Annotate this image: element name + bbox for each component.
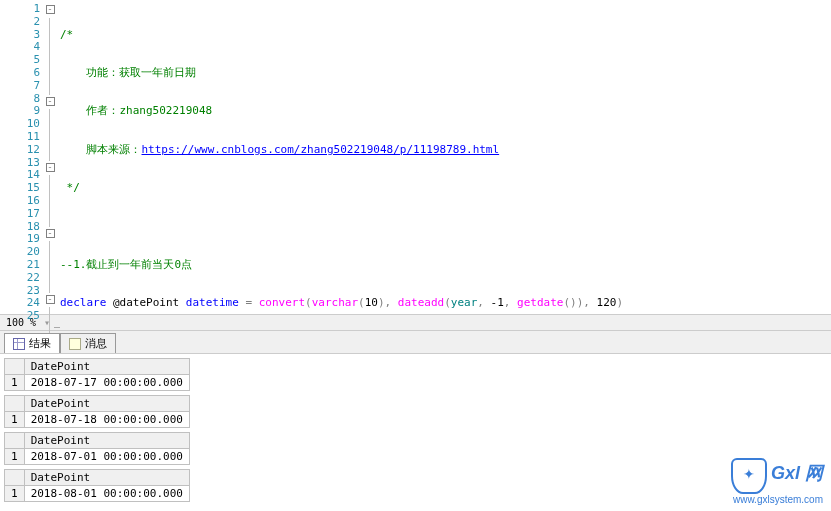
grid-corner xyxy=(5,359,25,375)
kw: year xyxy=(451,296,478,309)
comment: /* xyxy=(60,28,73,41)
op: = xyxy=(239,296,259,309)
results-pane: DatePoint12018-07-17 00:00:00.000DatePoi… xyxy=(0,358,831,502)
fold-toggle[interactable]: - xyxy=(46,5,55,14)
row-number[interactable]: 1 xyxy=(5,449,25,465)
grid-corner xyxy=(5,470,25,486)
zoom-level[interactable]: 100 % xyxy=(6,317,36,328)
var: @datePoint xyxy=(113,296,179,309)
cell-value[interactable]: 2018-07-01 00:00:00.000 xyxy=(24,449,189,465)
cell-value[interactable]: 2018-08-01 00:00:00.000 xyxy=(24,486,189,502)
tab-label: 消息 xyxy=(85,336,107,351)
column-header[interactable]: DatePoint xyxy=(24,433,189,449)
grid-corner xyxy=(5,396,25,412)
line-number-gutter: 1234567891011121314151617181920212223242… xyxy=(0,0,44,314)
num: 10 xyxy=(365,296,378,309)
message-icon xyxy=(69,338,81,350)
cell-value[interactable]: 2018-07-17 00:00:00.000 xyxy=(24,375,189,391)
results-tabs: 结果 消息 xyxy=(0,331,831,354)
result-grid[interactable]: DatePoint12018-08-01 00:00:00.000 xyxy=(4,469,827,502)
row-number[interactable]: 1 xyxy=(5,375,25,391)
line-number: 7 xyxy=(0,80,40,93)
line-number: 22 xyxy=(0,272,40,285)
line-number: 17 xyxy=(0,208,40,221)
code-editor[interactable]: 1234567891011121314151617181920212223242… xyxy=(0,0,831,315)
num: -1 xyxy=(491,296,504,309)
result-grid[interactable]: DatePoint12018-07-17 00:00:00.000 xyxy=(4,358,827,391)
line-number: 21 xyxy=(0,259,40,272)
comment: 脚本来源： xyxy=(60,143,142,156)
code-area[interactable]: /* 功能：获取一年前日期 作者：zhang502219048 脚本来源：htt… xyxy=(56,0,831,314)
fold-toggle[interactable]: - xyxy=(46,163,55,172)
result-grid[interactable]: DatePoint12018-07-01 00:00:00.000 xyxy=(4,432,827,465)
fn: dateadd xyxy=(398,296,444,309)
line-number: 12 xyxy=(0,144,40,157)
column-header[interactable]: DatePoint xyxy=(24,359,189,375)
fold-gutter[interactable]: ----- xyxy=(44,0,56,314)
line-number: 1 xyxy=(0,3,40,16)
line-number: 2 xyxy=(0,16,40,29)
fn: getdate xyxy=(517,296,563,309)
table-row[interactable]: 12018-08-01 00:00:00.000 xyxy=(5,486,190,502)
kw: declare xyxy=(60,296,106,309)
comment: */ xyxy=(60,181,80,194)
tab-results[interactable]: 结果 xyxy=(4,333,60,353)
comment: 功能：获取一年前日期 xyxy=(60,66,197,79)
comment: --1.截止到一年前当天0点 xyxy=(60,258,192,271)
line-number: 11 xyxy=(0,131,40,144)
table-row[interactable]: 12018-07-01 00:00:00.000 xyxy=(5,449,190,465)
num: 120 xyxy=(597,296,617,309)
result-grid[interactable]: DatePoint12018-07-18 00:00:00.000 xyxy=(4,395,827,428)
tab-messages[interactable]: 消息 xyxy=(60,333,116,353)
row-number[interactable]: 1 xyxy=(5,412,25,428)
fold-toggle[interactable]: - xyxy=(46,295,55,304)
column-header[interactable]: DatePoint xyxy=(24,396,189,412)
type: datetime xyxy=(186,296,239,309)
fold-toggle[interactable]: - xyxy=(46,229,55,238)
source-link[interactable]: https://www.cnblogs.com/zhang502219048/p… xyxy=(142,143,500,156)
grid-icon xyxy=(13,338,25,350)
tab-label: 结果 xyxy=(29,336,51,351)
zoom-bar: 100 % ▾ ⎯ xyxy=(0,315,831,331)
grid-corner xyxy=(5,433,25,449)
table-row[interactable]: 12018-07-18 00:00:00.000 xyxy=(5,412,190,428)
line-number: 6 xyxy=(0,67,40,80)
line-number: 16 xyxy=(0,195,40,208)
row-number[interactable]: 1 xyxy=(5,486,25,502)
fn: convert xyxy=(259,296,305,309)
fn: varchar xyxy=(312,296,358,309)
cell-value[interactable]: 2018-07-18 00:00:00.000 xyxy=(24,412,189,428)
column-header[interactable]: DatePoint xyxy=(24,470,189,486)
fold-toggle[interactable]: - xyxy=(46,97,55,106)
comment: 作者：zhang502219048 xyxy=(60,104,212,117)
table-row[interactable]: 12018-07-17 00:00:00.000 xyxy=(5,375,190,391)
